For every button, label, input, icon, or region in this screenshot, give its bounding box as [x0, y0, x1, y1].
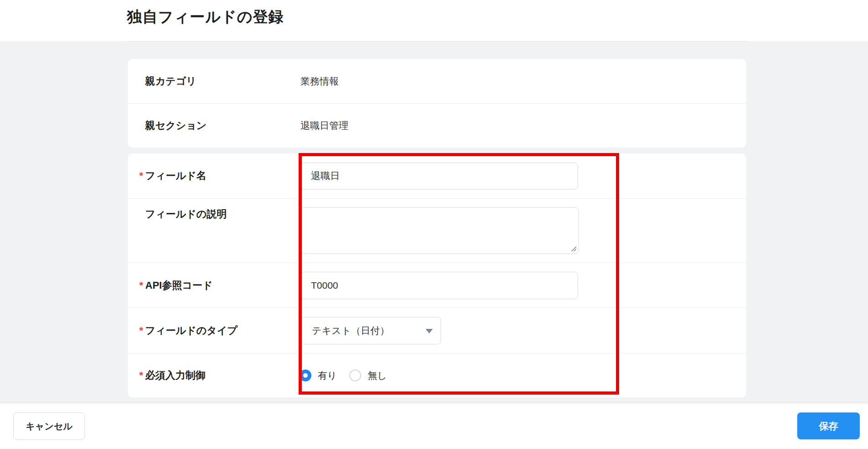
parent-category-value: 業務情報 [300, 75, 339, 88]
required-control-label: * 必須入力制御 [128, 370, 300, 381]
field-type-select[interactable]: テキスト（日付） [300, 317, 441, 344]
api-code-row: * API参照コード [128, 263, 746, 307]
field-name-label: * フィールド名 [128, 170, 300, 182]
field-type-row: * フィールドのタイプ テキスト（日付） [128, 307, 746, 353]
required-control-row: * 必須入力制御 有り 無し [128, 353, 746, 397]
radio-option-no[interactable]: 無し [349, 369, 386, 382]
radio-unselected-icon[interactable] [349, 370, 361, 381]
label-text: フィールドのタイプ [145, 325, 237, 337]
required-control-radio-group: 有り 無し [300, 369, 387, 382]
parent-info-card: 親カテゴリ 業務情報 親セクション 退職日管理 [128, 59, 746, 148]
save-button[interactable]: 保存 [797, 412, 860, 439]
field-type-selected-value: テキスト（日付） [312, 324, 389, 337]
field-description-row: フィールドの説明 [128, 198, 746, 263]
field-description-textarea[interactable] [301, 208, 579, 254]
page-header: 独自フィールドの登録 [0, 0, 868, 41]
label-text: 必須入力制御 [145, 370, 205, 381]
label-text: 親セクション [145, 120, 207, 132]
field-description-label: フィールドの説明 [128, 208, 300, 220]
required-asterisk: * [139, 280, 145, 291]
parent-section-label: 親セクション [128, 120, 300, 132]
cancel-button[interactable]: キャンセル [13, 412, 85, 440]
parent-section-value: 退職日管理 [300, 119, 348, 132]
api-code-input[interactable] [300, 272, 578, 299]
required-asterisk: * [139, 170, 145, 182]
field-description-textarea-frame [300, 207, 579, 254]
field-name-row: * フィールド名 [128, 153, 746, 198]
field-type-label: * フィールドのタイプ [128, 325, 300, 337]
parent-section-row: 親セクション 退職日管理 [128, 103, 746, 148]
label-text: 親カテゴリ [145, 75, 196, 87]
radio-option-yes[interactable]: 有り [300, 369, 337, 382]
required-asterisk: * [139, 370, 145, 381]
label-text: フィールド名 [145, 170, 206, 182]
field-name-input[interactable] [300, 163, 578, 190]
radio-option-label: 無し [368, 369, 386, 382]
required-asterisk: * [139, 325, 145, 337]
page-title: 独自フィールドの登録 [127, 7, 284, 26]
label-text: API参照コード [145, 280, 213, 291]
parent-category-row: 親カテゴリ 業務情報 [128, 59, 746, 103]
api-code-label: * API参照コード [128, 280, 300, 291]
caret-down-icon [426, 329, 433, 333]
radio-selected-icon[interactable] [300, 370, 311, 381]
label-text: フィールドの説明 [145, 208, 227, 220]
title-divider [127, 41, 747, 42]
field-form-card: * フィールド名 フィールドの説明 * API参照コード * フィールドのタイプ… [128, 153, 746, 397]
radio-option-label: 有り [318, 369, 337, 382]
parent-category-label: 親カテゴリ [128, 75, 300, 87]
footer-action-bar: キャンセル 保存 [0, 403, 868, 449]
